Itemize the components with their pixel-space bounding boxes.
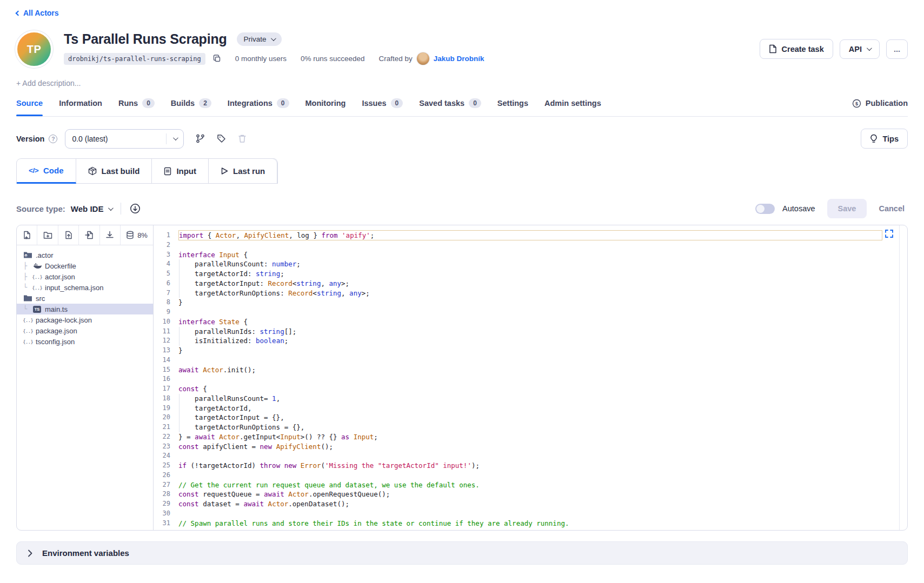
save-button[interactable]: Save <box>827 199 867 218</box>
tree-item-actor-json[interactable]: ├{..}actor.json <box>22 271 153 282</box>
api-button[interactable]: API <box>840 39 880 59</box>
tree-item-main-ts[interactable]: └TSmain.ts <box>17 304 153 314</box>
tree-item-package-json[interactable]: {..}package.json <box>22 325 153 336</box>
tree-item-src[interactable]: src <box>22 293 153 304</box>
code-line-content[interactable] <box>178 509 882 519</box>
folder-icon <box>23 294 32 302</box>
more-actions-button[interactable]: ... <box>886 39 908 59</box>
tree-item-dockerfile[interactable]: ├Dockerfile <box>22 260 153 271</box>
code-line-content[interactable]: await Actor.init(); <box>178 365 882 375</box>
source-type-dropdown[interactable]: Web IDE <box>71 204 112 213</box>
code-line-content[interactable]: targetActorId, <box>178 404 882 413</box>
tag-icon[interactable] <box>217 134 226 143</box>
tree-item-input-schema-json[interactable]: └{..}input_schema.json <box>22 282 153 293</box>
git-branch-icon[interactable] <box>196 134 205 143</box>
tab-publication-label: Publication <box>866 99 908 108</box>
tab-settings[interactable]: Settings <box>497 99 528 116</box>
download-icon[interactable] <box>100 225 121 245</box>
tab-monitoring[interactable]: Monitoring <box>305 99 346 116</box>
code-line-content[interactable]: import { Actor, ApifyClient, log } from … <box>178 230 882 240</box>
breadcrumb-all-actors[interactable]: All Actors <box>16 9 59 17</box>
code-line-content[interactable]: parallelRunIds: string[]; <box>178 327 882 337</box>
tips-button[interactable]: Tips <box>861 129 908 149</box>
line-number: 28 <box>154 490 178 499</box>
code-line-content[interactable]: const { <box>178 384 882 394</box>
code-line-content[interactable]: } <box>178 346 882 356</box>
add-description-button[interactable]: + Add description... <box>16 79 81 88</box>
fullscreen-icon[interactable] <box>885 230 893 238</box>
tab-saved-tasks[interactable]: Saved tasks0 <box>419 98 481 116</box>
tab-publication[interactable]: $ Publication <box>852 99 908 116</box>
code-line-content[interactable]: // Spawn parallel runs and store their I… <box>178 519 882 528</box>
code-line-content[interactable] <box>178 471 882 480</box>
code-line-content[interactable] <box>178 451 882 461</box>
tab-builds[interactable]: Builds2 <box>171 98 211 116</box>
code-line-content[interactable]: isInitialized: boolean; <box>178 336 882 346</box>
code-line-content[interactable]: targetActorInput: Record<string, any>; <box>178 279 882 289</box>
tab-issues[interactable]: Issues0 <box>362 98 403 116</box>
cancel-button[interactable]: Cancel <box>879 204 908 213</box>
svg-text:$: $ <box>855 101 858 106</box>
visibility-dropdown[interactable]: Private <box>237 32 282 46</box>
code-line-content[interactable] <box>178 307 882 317</box>
code-line-content[interactable]: interface Input { <box>178 250 882 260</box>
new-file-icon[interactable] <box>17 225 37 245</box>
tree-item-tsconfig-json[interactable]: {..}tsconfig.json <box>22 336 153 347</box>
tab-integrations[interactable]: Integrations0 <box>228 98 289 116</box>
code-line-content[interactable]: parallelRunsCount= 1, <box>178 394 882 404</box>
upload-file-icon[interactable] <box>58 225 79 245</box>
help-icon[interactable]: ? <box>49 135 57 143</box>
tab-label: Settings <box>497 99 528 108</box>
subtab-code[interactable]: </>Code <box>17 159 76 184</box>
code-line-content[interactable]: } <box>178 298 882 307</box>
tab-source[interactable]: Source <box>16 99 43 116</box>
svg-text:a: a <box>25 254 27 257</box>
tips-label: Tips <box>882 135 899 143</box>
subtab-input[interactable]: Input <box>152 159 209 184</box>
breadcrumb-label: All Actors <box>23 9 59 17</box>
code-line-content[interactable] <box>178 374 882 384</box>
code-editor[interactable]: 1import { Actor, ApifyClient, log } from… <box>154 225 907 530</box>
code-line-content[interactable]: targetActorRunOptions = {}, <box>178 423 882 432</box>
tree-item-label: Dockerfile <box>45 262 76 270</box>
create-task-button[interactable]: Create task <box>760 39 833 59</box>
import-file-icon[interactable] <box>79 225 99 245</box>
typescript-file-icon: TS <box>33 306 41 313</box>
new-folder-icon[interactable] <box>37 225 58 245</box>
tree-connector: ├ <box>23 262 29 270</box>
line-number: 24 <box>154 451 178 461</box>
tree-item-package-lock-json[interactable]: {..}package-lock.json <box>22 314 153 325</box>
code-line-content[interactable]: parallelRunsCount: number; <box>178 259 882 269</box>
code-line-content[interactable] <box>178 356 882 365</box>
version-select[interactable]: 0.0 (latest) <box>65 129 184 149</box>
tab-information[interactable]: Information <box>59 99 102 116</box>
visibility-label: Private <box>244 35 267 43</box>
autosave-toggle[interactable] <box>755 204 775 214</box>
trash-icon[interactable] <box>238 134 247 143</box>
author-link[interactable]: Jakub Drobník <box>434 55 484 63</box>
code-line-content[interactable]: // Get the current run request queue and… <box>178 480 882 490</box>
copy-icon[interactable] <box>213 55 221 63</box>
environment-variables-panel[interactable]: Environment variables <box>16 541 908 565</box>
tree-item--actor[interactable]: a.actor <box>22 250 153 260</box>
code-line-content[interactable]: } = await Actor.getInput<Input>() ?? {} … <box>178 432 882 442</box>
editor-scrollbar[interactable] <box>899 225 907 530</box>
code-line-content[interactable]: targetActorRunOptions: Record<string, an… <box>178 289 882 298</box>
code-line-content[interactable]: targetActorId: string; <box>178 269 882 279</box>
code-line-content[interactable]: interface State { <box>178 317 882 327</box>
tab-runs[interactable]: Runs0 <box>118 98 155 116</box>
code-line-content[interactable]: if (!targetActorId) throw new Error('Mis… <box>178 461 882 471</box>
database-icon <box>126 231 134 239</box>
code-line-content[interactable]: const dataset = await Actor.openDataset(… <box>178 499 882 509</box>
tab-admin-settings[interactable]: Admin settings <box>544 99 601 116</box>
code-line-content[interactable]: const apifyClient = new ApifyClient(); <box>178 442 882 452</box>
download-source-icon[interactable] <box>130 203 141 214</box>
author-avatar <box>417 52 429 65</box>
subtab-last-build[interactable]: Last build <box>76 159 152 184</box>
code-line-content[interactable]: const requestQueue = await Actor.openReq… <box>178 490 882 499</box>
code-line-content[interactable] <box>178 240 882 250</box>
line-number: 22 <box>154 432 178 442</box>
code-line: 15await Actor.init(); <box>154 365 907 375</box>
code-line-content[interactable]: targetActorInput = {}, <box>178 413 882 423</box>
subtab-last-run[interactable]: Last run <box>209 159 277 184</box>
